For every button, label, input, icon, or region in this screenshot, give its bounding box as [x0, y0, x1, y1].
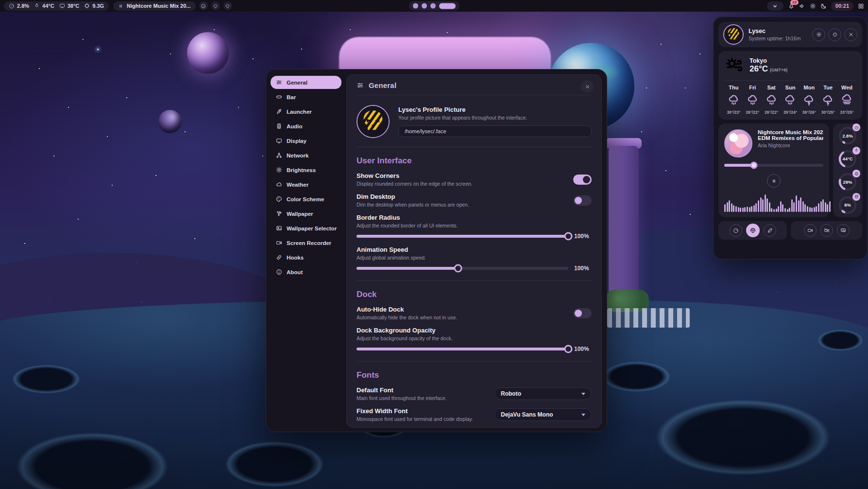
sidebar-item-label: Hooks	[287, 255, 304, 261]
gauge-badge	[852, 147, 860, 155]
media-progress-knob[interactable]	[750, 162, 758, 169]
app-launcher-button[interactable]	[858, 3, 864, 9]
media-progress-slider[interactable]	[724, 164, 823, 167]
media-head: Nightcore Music Mix 2025 EDM Remixes of …	[724, 129, 823, 157]
system-gauges: 2.8%44°C29%6%	[833, 123, 862, 217]
top-bar: 2.8%44°C38°C9.3G Nightcore Music Mix 20.…	[0, 0, 868, 12]
screen-record-button[interactable]	[804, 224, 817, 237]
rocket-icon	[276, 108, 282, 115]
sidebar-item-label: Bar	[287, 94, 296, 100]
visualizer-bar	[744, 207, 746, 212]
sun-icon	[276, 167, 282, 173]
sidebar-item-wallpaper[interactable]: Wallpaper	[271, 207, 341, 220]
weather-current: Tokyo 26°C (GMT+9)	[724, 56, 856, 75]
system-stats-pill[interactable]: 2.8%44°C38°C9.3G	[4, 1, 109, 11]
system-uptime: System uptime: 1h16m	[749, 35, 800, 41]
profile-avatar[interactable]	[357, 105, 390, 138]
clock[interactable]: 00:21	[831, 1, 853, 11]
setting-row-dock-background-opacity: Dock Background OpacityAdjust the backgr…	[357, 327, 592, 352]
forecast-temps: 33°/25°	[840, 110, 854, 115]
visualizer-bar	[758, 200, 759, 212]
slider-knob[interactable]	[564, 232, 573, 241]
setting-desc: Monospace font used for terminal and cod…	[357, 416, 494, 422]
volume-button[interactable]	[799, 3, 805, 9]
pause-button[interactable]	[767, 174, 781, 188]
gauge-flame: 44°C	[837, 148, 858, 170]
sidebar-item-about[interactable]: About	[271, 265, 341, 279]
fixed-width-font-dropdown[interactable]: DejaVu Sans Mono	[494, 408, 592, 421]
sidebar-item-color-scheme[interactable]: Color Scheme	[271, 192, 341, 206]
sidebar-item-hooks[interactable]: Hooks	[271, 251, 341, 264]
auto-hide-dock-toggle[interactable]	[573, 308, 592, 318]
setting-label: Dim Desktop	[357, 193, 573, 200]
dropdown-value: Roboto	[501, 390, 521, 397]
setting-label: Show Corners	[357, 172, 573, 179]
slider-knob[interactable]	[454, 264, 462, 273]
palette-icon	[276, 196, 282, 202]
sidebar-item-display[interactable]: Display	[271, 134, 341, 147]
forecast-day-fri: Fri26°/22°	[743, 85, 762, 115]
screenshot-button[interactable]	[837, 224, 850, 237]
slider-value: 100%	[574, 346, 592, 352]
power-profile-performance-button[interactable]	[730, 224, 742, 237]
roller-icon	[276, 210, 282, 217]
close-button[interactable]	[844, 28, 857, 41]
sidebar-item-general[interactable]: General	[271, 76, 341, 89]
default-font-dropdown[interactable]: Roboto	[494, 387, 592, 400]
heart-button[interactable]	[223, 1, 232, 10]
close-button[interactable]	[581, 80, 594, 93]
forecast-temps: 30°/23°	[727, 110, 740, 115]
workspace-dot[interactable]	[422, 3, 427, 9]
workspace-active[interactable]	[439, 3, 456, 9]
visualizer-bar	[747, 207, 748, 212]
sidebar-item-bar[interactable]: Bar	[271, 90, 341, 104]
power-profile-powersave-button[interactable]	[764, 224, 776, 237]
network-icon	[276, 152, 282, 158]
monitor-icon	[276, 138, 282, 144]
sidebar-item-brightness[interactable]: Brightness	[271, 163, 341, 176]
show-corners-toggle[interactable]	[573, 175, 592, 185]
power-profile-balanced-button[interactable]	[746, 224, 760, 237]
heart-button[interactable]	[211, 1, 220, 10]
dim-desktop-toggle[interactable]	[573, 195, 592, 206]
setting-row-border-radius: Border RadiusAdjust the rounded border o…	[357, 214, 592, 240]
animation-speed-slider[interactable]	[357, 267, 568, 270]
sidebar-item-weather[interactable]: Weather	[271, 178, 341, 191]
sidebar-item-network[interactable]: Network	[271, 149, 341, 162]
notifications-button[interactable]: 23	[788, 2, 795, 9]
face-button[interactable]	[199, 1, 208, 10]
visualizer-bar	[760, 197, 762, 212]
media-player-card: Nightcore Music Mix 2025 EDM Remixes of …	[718, 123, 829, 217]
gauge-badge	[852, 123, 860, 131]
camera-off-button[interactable]	[820, 224, 833, 237]
media-title-pill[interactable]: Nightcore Music Mix 20...	[113, 1, 195, 11]
setting-label: Animation Speed	[357, 246, 592, 253]
tray-app-icon[interactable]	[767, 1, 783, 11]
forecast-day-wed: Wed33°/25°	[837, 85, 856, 115]
sidebar-item-wallpaper-selector[interactable]: Wallpaper Selector	[271, 222, 341, 235]
workspace-indicator[interactable]	[409, 1, 460, 11]
brightness-button[interactable]	[810, 3, 816, 9]
power-button[interactable]	[828, 28, 841, 41]
night-light-button[interactable]	[820, 3, 827, 9]
workspace-dot[interactable]	[430, 3, 436, 9]
visualizer-bar	[742, 208, 744, 212]
border-radius-slider[interactable]	[357, 235, 568, 238]
sidebar-item-screen-recorder[interactable]: Screen Recorder	[271, 236, 341, 249]
dock-background-opacity-slider[interactable]	[357, 348, 568, 350]
slider-knob[interactable]	[564, 345, 573, 353]
image-icon	[276, 225, 282, 231]
setting-label: Border Radius	[357, 214, 592, 221]
album-art[interactable]	[724, 129, 752, 157]
workspace-dot[interactable]	[413, 3, 418, 9]
forecast-day-label: Tue	[823, 85, 833, 90]
profile-path-input[interactable]	[398, 125, 592, 137]
forecast-day-label: Sat	[767, 85, 776, 90]
sidebar-item-audio[interactable]: Audio	[271, 120, 341, 133]
gear-button[interactable]	[812, 28, 825, 41]
moon-off-icon	[820, 3, 827, 9]
section-heading: Fonts	[357, 370, 592, 380]
user-avatar[interactable]	[723, 24, 744, 45]
sidebar-item-launcher[interactable]: Launcher	[271, 105, 341, 118]
divider	[357, 280, 592, 281]
